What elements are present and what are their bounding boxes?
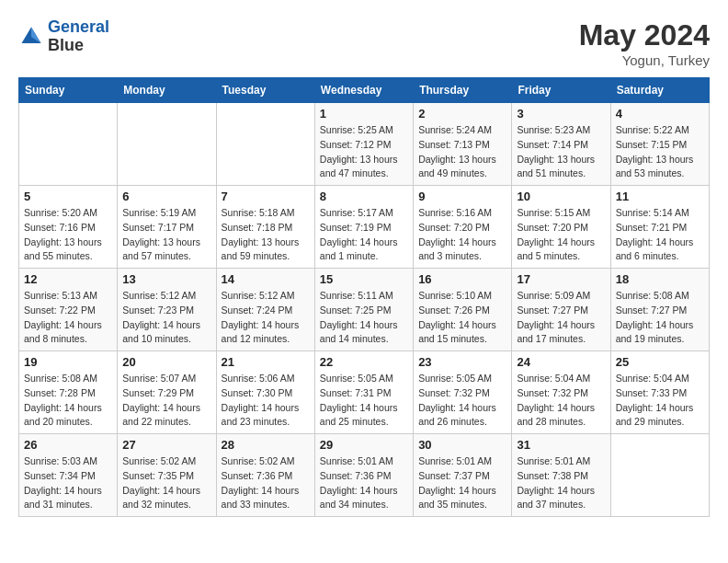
- calendar-cell: 16Sunrise: 5:10 AM Sunset: 7:26 PM Dayli…: [414, 269, 512, 351]
- calendar-week-2: 12Sunrise: 5:13 AM Sunset: 7:22 PM Dayli…: [19, 269, 710, 351]
- day-number: 17: [517, 272, 605, 286]
- calendar-table: SundayMondayTuesdayWednesdayThursdayFrid…: [18, 77, 710, 517]
- day-number: 6: [122, 190, 210, 203]
- day-info: Sunrise: 5:02 AM Sunset: 7:36 PM Dayligh…: [222, 454, 310, 512]
- day-info: Sunrise: 5:25 AM Sunset: 7:12 PM Dayligh…: [320, 123, 408, 181]
- weekday-header-saturday: Saturday: [610, 78, 709, 103]
- day-info: Sunrise: 5:01 AM Sunset: 7:38 PM Dayligh…: [517, 454, 605, 512]
- day-info: Sunrise: 5:19 AM Sunset: 7:17 PM Dayligh…: [122, 206, 210, 264]
- calendar-cell: 11Sunrise: 5:14 AM Sunset: 7:21 PM Dayli…: [610, 186, 709, 269]
- day-info: Sunrise: 5:23 AM Sunset: 7:14 PM Dayligh…: [517, 123, 605, 181]
- day-number: 26: [24, 438, 112, 452]
- logo-line1: General: [48, 17, 109, 36]
- day-number: 10: [517, 190, 605, 203]
- day-number: 30: [418, 438, 506, 452]
- day-info: Sunrise: 5:04 AM Sunset: 7:33 PM Dayligh…: [616, 372, 704, 430]
- day-number: 1: [320, 107, 408, 121]
- day-number: 4: [616, 107, 704, 121]
- calendar-cell: [610, 434, 709, 517]
- month-year: May 2024: [579, 18, 710, 52]
- day-info: Sunrise: 5:01 AM Sunset: 7:37 PM Dayligh…: [418, 454, 506, 512]
- day-number: 9: [418, 190, 506, 203]
- day-info: Sunrise: 5:24 AM Sunset: 7:13 PM Dayligh…: [418, 123, 506, 181]
- day-info: Sunrise: 5:08 AM Sunset: 7:28 PM Dayligh…: [24, 372, 112, 430]
- calendar-cell: [19, 103, 118, 186]
- logo-text: General Blue: [48, 18, 109, 55]
- weekday-header-wednesday: Wednesday: [314, 78, 413, 103]
- calendar-cell: 2Sunrise: 5:24 AM Sunset: 7:13 PM Daylig…: [414, 103, 512, 186]
- day-number: 31: [517, 438, 605, 452]
- calendar-cell: 23Sunrise: 5:05 AM Sunset: 7:32 PM Dayli…: [414, 351, 512, 434]
- calendar-cell: [118, 103, 216, 186]
- logo: General Blue: [18, 18, 109, 55]
- calendar-week-4: 26Sunrise: 5:03 AM Sunset: 7:34 PM Dayli…: [19, 434, 710, 517]
- calendar-cell: 12Sunrise: 5:13 AM Sunset: 7:22 PM Dayli…: [19, 269, 118, 351]
- day-info: Sunrise: 5:17 AM Sunset: 7:19 PM Dayligh…: [320, 206, 408, 264]
- day-number: 27: [122, 438, 210, 452]
- day-info: Sunrise: 5:04 AM Sunset: 7:32 PM Dayligh…: [517, 372, 605, 430]
- location: Yogun, Turkey: [579, 52, 710, 68]
- day-info: Sunrise: 5:10 AM Sunset: 7:26 PM Dayligh…: [418, 289, 506, 347]
- weekday-header-monday: Monday: [118, 78, 216, 103]
- calendar-cell: 22Sunrise: 5:05 AM Sunset: 7:31 PM Dayli…: [314, 351, 413, 434]
- calendar-cell: 1Sunrise: 5:25 AM Sunset: 7:12 PM Daylig…: [314, 103, 413, 186]
- calendar-cell: 28Sunrise: 5:02 AM Sunset: 7:36 PM Dayli…: [216, 434, 314, 517]
- weekday-header-sunday: Sunday: [19, 78, 118, 103]
- day-info: Sunrise: 5:01 AM Sunset: 7:36 PM Dayligh…: [320, 454, 408, 512]
- calendar-cell: 24Sunrise: 5:04 AM Sunset: 7:32 PM Dayli…: [512, 351, 610, 434]
- calendar-cell: 13Sunrise: 5:12 AM Sunset: 7:23 PM Dayli…: [118, 269, 216, 351]
- day-info: Sunrise: 5:03 AM Sunset: 7:34 PM Dayligh…: [24, 454, 112, 512]
- day-info: Sunrise: 5:05 AM Sunset: 7:32 PM Dayligh…: [418, 372, 506, 430]
- day-info: Sunrise: 5:12 AM Sunset: 7:24 PM Dayligh…: [222, 289, 310, 347]
- day-number: 18: [616, 272, 704, 286]
- day-info: Sunrise: 5:12 AM Sunset: 7:23 PM Dayligh…: [122, 289, 210, 347]
- day-number: 21: [222, 355, 310, 369]
- calendar-cell: 17Sunrise: 5:09 AM Sunset: 7:27 PM Dayli…: [512, 269, 610, 351]
- calendar-cell: 20Sunrise: 5:07 AM Sunset: 7:29 PM Dayli…: [118, 351, 216, 434]
- day-info: Sunrise: 5:18 AM Sunset: 7:18 PM Dayligh…: [222, 206, 310, 264]
- calendar-cell: [216, 103, 314, 186]
- day-number: 22: [320, 355, 408, 369]
- day-info: Sunrise: 5:06 AM Sunset: 7:30 PM Dayligh…: [222, 372, 310, 430]
- day-number: 3: [517, 107, 605, 121]
- day-number: 13: [122, 272, 210, 286]
- day-number: 16: [418, 272, 506, 286]
- day-info: Sunrise: 5:05 AM Sunset: 7:31 PM Dayligh…: [320, 372, 408, 430]
- calendar-cell: 15Sunrise: 5:11 AM Sunset: 7:25 PM Dayli…: [314, 269, 413, 351]
- weekday-header-friday: Friday: [512, 78, 610, 103]
- day-number: 24: [517, 355, 605, 369]
- calendar-week-3: 19Sunrise: 5:08 AM Sunset: 7:28 PM Dayli…: [19, 351, 710, 434]
- calendar-week-0: 1Sunrise: 5:25 AM Sunset: 7:12 PM Daylig…: [19, 103, 710, 186]
- day-number: 5: [24, 190, 112, 203]
- calendar-cell: 5Sunrise: 5:20 AM Sunset: 7:16 PM Daylig…: [19, 186, 118, 269]
- day-info: Sunrise: 5:22 AM Sunset: 7:15 PM Dayligh…: [616, 123, 704, 181]
- day-info: Sunrise: 5:13 AM Sunset: 7:22 PM Dayligh…: [24, 289, 112, 347]
- calendar-cell: 10Sunrise: 5:15 AM Sunset: 7:20 PM Dayli…: [512, 186, 610, 269]
- day-info: Sunrise: 5:02 AM Sunset: 7:35 PM Dayligh…: [122, 454, 210, 512]
- day-number: 29: [320, 438, 408, 452]
- day-info: Sunrise: 5:14 AM Sunset: 7:21 PM Dayligh…: [616, 206, 704, 264]
- calendar-cell: 27Sunrise: 5:02 AM Sunset: 7:35 PM Dayli…: [118, 434, 216, 517]
- day-number: 11: [616, 190, 704, 203]
- calendar-cell: 8Sunrise: 5:17 AM Sunset: 7:19 PM Daylig…: [314, 186, 413, 269]
- calendar-week-1: 5Sunrise: 5:20 AM Sunset: 7:16 PM Daylig…: [19, 186, 710, 269]
- calendar-cell: 3Sunrise: 5:23 AM Sunset: 7:14 PM Daylig…: [512, 103, 610, 186]
- day-info: Sunrise: 5:15 AM Sunset: 7:20 PM Dayligh…: [517, 206, 605, 264]
- day-number: 15: [320, 272, 408, 286]
- calendar-cell: 9Sunrise: 5:16 AM Sunset: 7:20 PM Daylig…: [414, 186, 512, 269]
- calendar-cell: 14Sunrise: 5:12 AM Sunset: 7:24 PM Dayli…: [216, 269, 314, 351]
- day-number: 23: [418, 355, 506, 369]
- weekday-header-tuesday: Tuesday: [216, 78, 314, 103]
- day-number: 20: [122, 355, 210, 369]
- day-number: 19: [24, 355, 112, 369]
- weekday-header-row: SundayMondayTuesdayWednesdayThursdayFrid…: [19, 78, 710, 103]
- day-number: 25: [616, 355, 704, 369]
- calendar-cell: 7Sunrise: 5:18 AM Sunset: 7:18 PM Daylig…: [216, 186, 314, 269]
- title-block: May 2024 Yogun, Turkey: [579, 18, 710, 68]
- calendar-cell: 26Sunrise: 5:03 AM Sunset: 7:34 PM Dayli…: [19, 434, 118, 517]
- day-info: Sunrise: 5:08 AM Sunset: 7:27 PM Dayligh…: [616, 289, 704, 347]
- calendar-cell: 31Sunrise: 5:01 AM Sunset: 7:38 PM Dayli…: [512, 434, 610, 517]
- day-info: Sunrise: 5:20 AM Sunset: 7:16 PM Dayligh…: [24, 206, 112, 264]
- logo-line2: Blue: [48, 37, 109, 55]
- page-header: General Blue May 2024 Yogun, Turkey: [18, 18, 710, 68]
